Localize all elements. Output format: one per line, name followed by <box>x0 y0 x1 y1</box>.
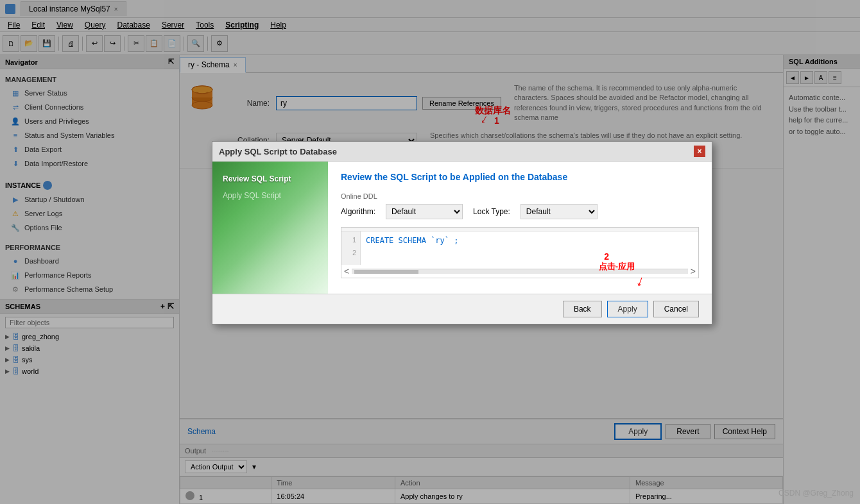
algorithm-select[interactable]: Default Instant Inplace Copy <box>386 204 463 219</box>
online-ddl-section: Online DDL Algorithm: Default Instant In… <box>341 192 699 219</box>
sql-line-2: 2 <box>345 247 356 260</box>
modal-title-bar: Apply SQL Script to Database × <box>212 142 712 162</box>
modal-content: Review the SQL Script to be Applied on t… <box>328 162 712 293</box>
sql-scrollbar-thumb <box>354 270 418 274</box>
modal-body: Review SQL Script Apply SQL Script Revie… <box>212 162 712 293</box>
ddl-algorithm-row: Algorithm: Default Instant Inplace Copy … <box>341 204 699 219</box>
algorithm-label: Algorithm: <box>341 207 375 216</box>
csdn-watermark: CSDN @Greg_Zhong <box>778 489 854 498</box>
sql-lines: 1 2 CREATE SCHEMA `ry` ; <box>341 231 698 264</box>
modal-title: Apply SQL Script to Database <box>219 147 337 156</box>
sql-code-area[interactable]: CREATE SCHEMA `ry` ; <box>361 231 464 264</box>
modal-sidebar: Review SQL Script Apply SQL Script <box>212 162 328 293</box>
modal-sidebar-review-label: Review SQL Script <box>223 174 291 183</box>
modal-back-btn[interactable]: Back <box>563 301 602 317</box>
lock-type-select[interactable]: Default None Shared Exclusive <box>520 204 598 219</box>
modal-close-btn[interactable]: × <box>694 146 705 157</box>
sql-editor: 1 2 CREATE SCHEMA `ry` ; < > <box>341 227 699 278</box>
sql-line-1: 1 <box>345 234 356 247</box>
sql-code-line-2 <box>366 248 459 262</box>
annotation-text-2: 点击-应用 <box>599 261 635 273</box>
lock-type-label: Lock Type: <box>473 207 510 216</box>
annotation-2: 2 <box>604 251 609 262</box>
sql-code-line-1: CREATE SCHEMA `ry` ; <box>366 234 459 248</box>
modal-heading: Review the SQL Script to be Applied on t… <box>341 172 699 182</box>
sql-nav-next[interactable]: > <box>691 266 696 276</box>
modal-cancel-btn[interactable]: Cancel <box>653 301 699 317</box>
apply-sql-modal: Apply SQL Script to Database × Review SQ… <box>212 141 712 324</box>
modal-footer: Back Apply Cancel <box>212 294 712 324</box>
sql-scrollbar[interactable] <box>352 269 688 274</box>
online-ddl-label: Online DDL <box>341 192 699 200</box>
sql-nav-prev[interactable]: < <box>344 266 349 276</box>
modal-sidebar-apply[interactable]: Apply SQL Script <box>223 191 318 200</box>
modal-apply-btn[interactable]: Apply <box>607 301 648 317</box>
modal-overlay: Apply SQL Script to Database × Review SQ… <box>0 0 860 504</box>
modal-sidebar-apply-label: Apply SQL Script <box>223 191 281 200</box>
modal-sidebar-review[interactable]: Review SQL Script <box>223 174 318 183</box>
sql-line-numbers: 1 2 <box>341 231 361 264</box>
